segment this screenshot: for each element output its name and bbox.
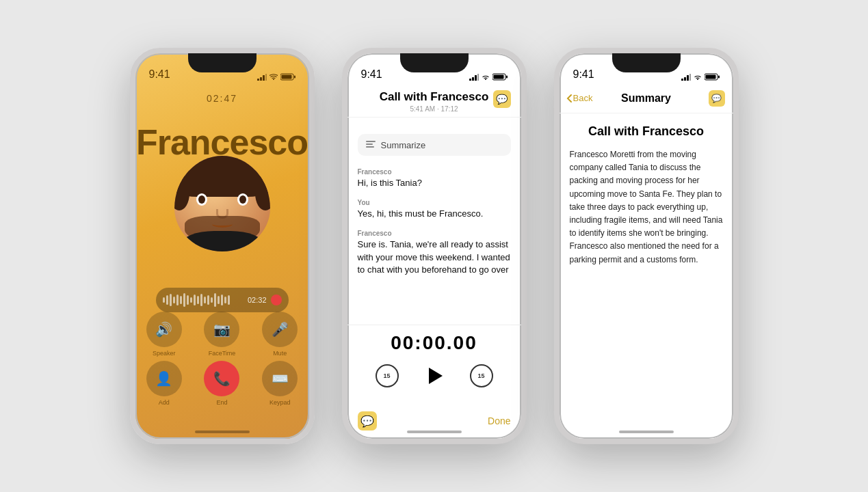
- svg-rect-10: [477, 74, 479, 81]
- keypad-button[interactable]: ⌨️ Keypad: [258, 361, 302, 406]
- memoji-shirt: [181, 231, 263, 251]
- svg-rect-2: [263, 75, 265, 81]
- signal-icon-3: [681, 74, 691, 81]
- svg-rect-20: [689, 74, 691, 81]
- transcript-title: Call with Francesco: [361, 90, 508, 104]
- waveform-bar: [224, 297, 226, 303]
- transcript-msg-1: Francesco Hi, is this Tania?: [358, 168, 511, 189]
- phone-summary-screen: 9:41 Back: [554, 48, 739, 444]
- player-time: 00:00.00: [361, 332, 508, 354]
- waveform-bar: [170, 294, 172, 306]
- end-call-button[interactable]: 📞 End: [200, 361, 244, 406]
- status-icons-2: [469, 73, 508, 81]
- memoji-pupil-left: [198, 195, 205, 204]
- status-time-3: 9:41: [573, 68, 594, 81]
- msg-text-1: Hi, is this Tania?: [358, 177, 511, 189]
- waveform-bar: [190, 297, 192, 303]
- summary-nav: Back Summary 💬: [560, 83, 733, 113]
- summary-nav-icon: 💬: [709, 90, 725, 107]
- summary-text: Francesco Moretti from the moving compan…: [570, 148, 723, 266]
- skip-back-button[interactable]: 15: [376, 364, 399, 387]
- summarize-button[interactable]: Summarize: [358, 134, 511, 156]
- memoji-pupil-right: [239, 195, 246, 204]
- svg-rect-23: [705, 75, 715, 79]
- status-bar-2: 9:41: [347, 53, 521, 83]
- waveform-bar: [204, 297, 206, 303]
- battery-icon-1: [280, 73, 295, 81]
- done-button[interactable]: Done: [488, 415, 510, 426]
- waveform: [163, 293, 244, 307]
- svg-rect-3: [265, 74, 267, 81]
- status-icons-1: [257, 73, 295, 81]
- mute-button[interactable]: 🎤 Mute: [258, 312, 302, 357]
- speaker-label-2: You: [358, 199, 511, 206]
- speaker-button[interactable]: 🔊 Speaker: [142, 312, 186, 357]
- svg-rect-19: [687, 75, 689, 81]
- svg-rect-6: [281, 75, 291, 79]
- waveform-bar: [214, 293, 216, 307]
- facetime-button[interactable]: 📷 FaceTime: [200, 312, 244, 357]
- skip-fwd-button[interactable]: 15: [470, 364, 493, 387]
- svg-rect-17: [681, 79, 683, 81]
- skip-back-label: 15: [383, 372, 390, 379]
- transcript-footer: 💬 Done: [347, 411, 521, 430]
- svg-rect-22: [718, 76, 720, 79]
- status-time-2: 9:41: [361, 68, 382, 81]
- play-icon: [429, 368, 443, 384]
- svg-rect-5: [294, 76, 295, 79]
- phone-call-screen: 9:41 02:47 Francesco: [130, 48, 315, 444]
- wifi-icon-1: [269, 74, 278, 81]
- transcript-msg-2: You Yes, hi, this must be Francesco.: [358, 199, 511, 220]
- svg-rect-13: [493, 75, 503, 79]
- keypad-icon: ⌨️: [262, 361, 298, 396]
- status-icons-3: [681, 73, 720, 81]
- add-button[interactable]: 👤 Add: [142, 361, 186, 406]
- back-button[interactable]: Back: [566, 93, 593, 103]
- memoji-mouth: [212, 221, 233, 228]
- waveform-bar: [218, 296, 220, 304]
- svg-rect-8: [472, 77, 474, 81]
- call-btns-row2: 👤 Add 📞 End ⌨️ Keypad: [135, 361, 309, 406]
- summary-nav-title: Summary: [621, 92, 671, 105]
- recording-bar: 02:32: [156, 288, 289, 312]
- waveform-bar: [197, 296, 199, 304]
- phone-transcript-screen: 9:41 Call with Francesco 5:41 AM · 17:12: [342, 48, 527, 444]
- waveform-bar: [173, 297, 175, 303]
- battery-icon-2: [492, 73, 508, 81]
- play-button[interactable]: [419, 361, 449, 391]
- transcript-subtitle: 5:41 AM · 17:12: [361, 105, 508, 113]
- summarize-icon: [366, 141, 376, 149]
- waveform-bar: [180, 296, 182, 304]
- speaker-label-3: Francesco: [358, 230, 511, 237]
- chevron-left-icon: [566, 94, 572, 102]
- memoji-eye-right: [237, 193, 248, 206]
- memoji-hair-side-l: [174, 176, 189, 210]
- call-timer: 02:47: [135, 93, 309, 104]
- call-btns-row1: 🔊 Speaker 📷 FaceTime 🎤 Mute: [135, 312, 309, 357]
- msg-text-2: Yes, hi, this must be Francesco.: [358, 208, 511, 220]
- svg-rect-1: [260, 77, 262, 81]
- waveform-bar: [228, 295, 230, 305]
- summary-content: Call with Francesco Francesco Moretti fr…: [560, 113, 733, 277]
- add-person-icon: 👤: [146, 361, 182, 396]
- wifi-icon-2: [482, 74, 490, 81]
- battery-icon-3: [705, 73, 720, 81]
- status-bar-1: 9:41: [135, 53, 309, 83]
- player-controls: 15 15: [361, 361, 508, 391]
- waveform-bar: [207, 295, 209, 305]
- svg-rect-7: [469, 79, 471, 81]
- waveform-bar: [176, 295, 179, 305]
- waveform-bar: [183, 293, 185, 307]
- signal-icon-2: [469, 74, 479, 81]
- avatar: [168, 156, 277, 265]
- rec-dot: [271, 295, 282, 305]
- waveform-bar: [200, 294, 202, 306]
- waveform-bar: [187, 295, 189, 305]
- memoji-hair-side-r: [255, 176, 270, 210]
- footer-chat-icon: 💬: [358, 411, 377, 430]
- speaker-icon: 🔊: [146, 312, 182, 347]
- waveform-bar: [166, 295, 168, 305]
- svg-rect-14: [366, 141, 376, 142]
- status-time-1: 9:41: [149, 68, 170, 81]
- svg-rect-16: [366, 146, 374, 148]
